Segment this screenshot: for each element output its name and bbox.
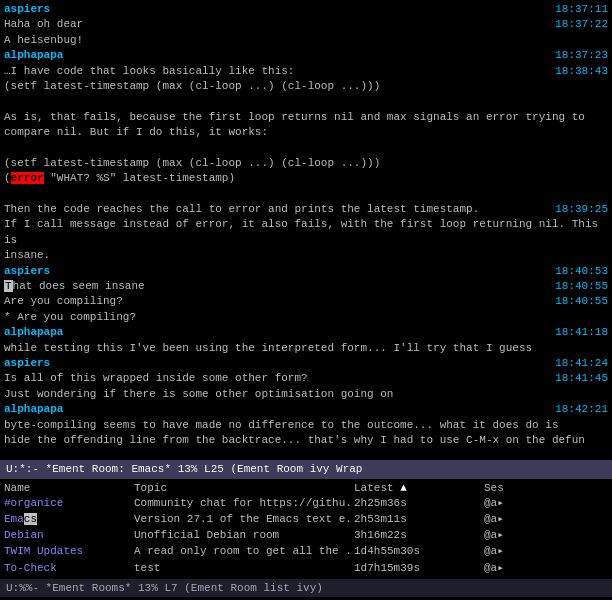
room-sessions: @a▸ [484,561,554,575]
message-4-user: 18:41:18 alphapapa [4,325,608,340]
room-latest: 1d7h15m39s [354,561,484,575]
col-header-name: Name [4,482,134,494]
message-3-line3: * Are you compiling? [4,310,608,325]
room-latest: 1d11h55s [354,577,484,579]
room-latest: 3h16m22s [354,528,484,542]
rooms-rows: #organiceCommunity chat for https://gith… [4,495,608,579]
chat-area: 18:37:11 aspiers 18:37:22 Haha oh dear A… [0,0,612,460]
message-3-user: 18:40:53 aspiers [4,264,608,279]
mode-line-bottom-text: U:%%- *Ement Rooms* 13% L7 (Ement Room l… [6,580,323,597]
col-header-topic: Topic [134,482,354,494]
room-name[interactable]: Emacs [4,512,134,526]
room-topic: A read only room to get all the ... [134,544,354,558]
message-3-line2: 18:40:55 Are you compiling? [4,294,608,309]
message-4-line1: while testing this I've been using the i… [4,341,608,356]
room-sessions: @a▸ [484,544,554,558]
room-latest: 2h53m11s [354,512,484,526]
room-topic: Unofficial Debian room [134,528,354,542]
message-2-user: 18:37:23 alphapapa [4,48,608,63]
message-2-code1: (setf latest-timestamp (max (cl-loop ...… [4,156,608,171]
message-2-blank2 [4,141,608,156]
message-6-line2: hide the offending line from the backtra… [4,433,608,448]
room-sessions: @a▸ [484,577,554,579]
table-row: EmacsVersion 27.1 of the Emacs text e...… [4,511,608,527]
table-row: #organiceCommunity chat for https://gith… [4,495,608,511]
message-5-line1: 18:41:45 Is all of this wrapped inside s… [4,371,608,386]
room-name[interactable]: TWIM Updates [4,544,134,558]
room-topic: Version 27.1 of the Emacs text e... [134,512,354,526]
mode-line-top-text: U:*:- *Ement Room: Emacs* 13% L25 (Ement… [6,461,362,478]
room-name[interactable]: org-mode [4,577,134,579]
room-topic: Community chat for https://githu... [134,496,354,510]
message-2-blank [4,94,608,109]
message-2-line7: insane. [4,248,608,263]
room-sessions: @a▸ [484,512,554,526]
message-2-line3: As is, that fails, because the first loo… [4,110,608,125]
message-2-line1: 18:38:43 …I have code that looks basical… [4,64,608,79]
message-2-line6: If I call message instead of error, it a… [4,217,608,248]
rooms-table-header: Name Topic Latest ▲ Ses [4,481,608,495]
message-3-line1: 18:40:55 That does seem insane [4,279,608,294]
room-latest: 2h25m36s [354,496,484,510]
room-name[interactable]: #organice [4,496,134,510]
col-header-sessions: Ses [484,482,554,494]
rooms-table-area: Name Topic Latest ▲ Ses #organiceCommuni… [0,479,612,579]
message-2-line2: (setf latest-timestamp (max (cl-loop ...… [4,79,608,94]
room-sessions: @a▸ [484,528,554,542]
table-row: TWIM UpdatesA read only room to get all … [4,543,608,559]
message-5-line2: Just wondering if there is some other op… [4,387,608,402]
message-2-line5: 18:39:25 Then the code reaches the call … [4,202,608,217]
message-1-user: 18:37:11 aspiers [4,2,608,17]
room-topic: "Any sufficiently advanced hobby... [134,577,354,579]
room-sessions: @a▸ [484,496,554,510]
mode-line-bottom: U:%%- *Ement Rooms* 13% L7 (Ement Room l… [0,579,612,598]
table-row: DebianUnofficial Debian room3h16m22s@a▸ [4,527,608,543]
message-1-line2: A heisenbug! [4,33,608,48]
message-5-user: 18:41:24 aspiers [4,356,608,371]
room-topic: test [134,561,354,575]
room-name[interactable]: Debian [4,528,134,542]
message-1-line1: 18:37:22 Haha oh dear [4,17,608,32]
message-6-user: 18:42:21 alphapapa [4,402,608,417]
message-2-line4: compare nil. But if I do this, it works: [4,125,608,140]
room-name[interactable]: To-Check [4,561,134,575]
mode-line-top: U:*:- *Ement Room: Emacs* 13% L25 (Ement… [0,460,612,479]
room-latest: 1d4h55m30s [354,544,484,558]
table-row: To-Checktest1d7h15m39s@a▸ [4,560,608,576]
message-2-code2: (error "WHAT? %S" latest-timestamp) [4,171,608,186]
message-2-blank3 [4,187,608,202]
message-6-line1: byte-compiling seems to have made no dif… [4,418,608,433]
col-header-latest: Latest ▲ [354,482,484,494]
table-row: org-mode"Any sufficiently advanced hobby… [4,576,608,579]
